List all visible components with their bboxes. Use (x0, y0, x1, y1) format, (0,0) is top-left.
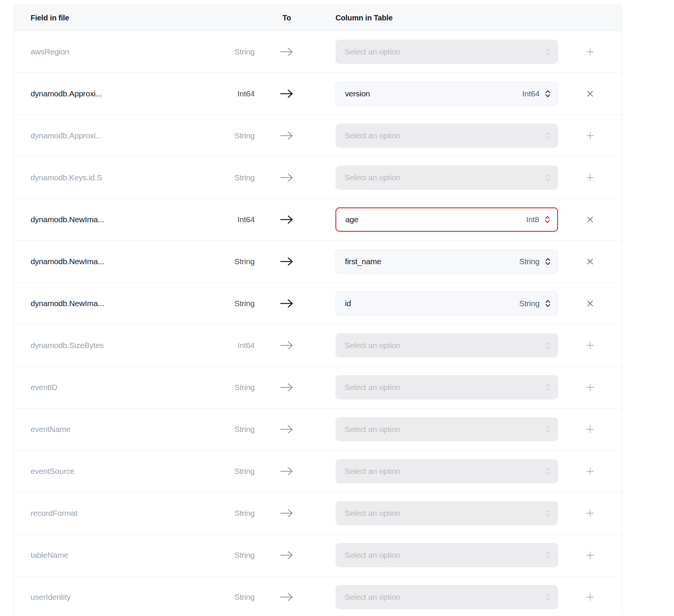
column-select-value: Select an option (345, 47, 400, 56)
close-icon (586, 90, 594, 98)
arrow-cell (255, 382, 319, 392)
field-name-label: eventID (31, 383, 204, 392)
arrow-cell (255, 215, 319, 224)
remove-mapping-button[interactable] (582, 212, 598, 228)
chevron-updown-icon (544, 215, 550, 224)
field-name-label: dynamodb.Approxi... (31, 89, 204, 98)
column-select[interactable]: version Int64 (335, 82, 558, 106)
field-name-label: awsRegion (31, 47, 204, 56)
field-name-label: dynamodb.Keys.id.S (31, 173, 204, 182)
remove-mapping-button[interactable] (582, 254, 598, 269)
mapping-rows-container: awsRegion String Select an option (14, 31, 622, 616)
plus-icon (586, 593, 595, 602)
column-select-value: Select an option (345, 509, 400, 518)
arrow-cell (255, 89, 319, 99)
field-name-label: recordFormat (31, 509, 204, 518)
mapping-row: recordFormat String Select an option (14, 492, 622, 534)
add-mapping-button[interactable] (582, 547, 598, 563)
add-mapping-button[interactable] (582, 169, 598, 186)
column-select-value: Select an option (345, 173, 400, 182)
column-select-value: Select an option (345, 341, 400, 350)
mapping-row: awsRegion String Select an option (14, 31, 622, 73)
column-select-right (545, 341, 551, 350)
close-icon (586, 257, 594, 266)
add-mapping-button[interactable] (582, 505, 598, 522)
header-column-in-table: Column in Table (335, 14, 393, 22)
arrow-right-icon (280, 215, 294, 224)
column-select: Select an option (335, 333, 558, 358)
add-mapping-button[interactable] (582, 421, 598, 438)
mapping-row: dynamodb.Keys.id.S String Select an opti… (14, 157, 622, 199)
chevron-updown-icon (545, 508, 551, 518)
column-select[interactable]: first_name String (335, 249, 558, 274)
field-type-label: Int64 (204, 89, 255, 98)
column-select-value: Select an option (345, 551, 400, 560)
field-type-label: String (204, 551, 255, 560)
mapping-row: dynamodb.Approxi... String Select an opt… (14, 115, 622, 157)
column-select-right: String (519, 299, 551, 308)
column-select-value: Select an option (345, 131, 400, 140)
arrow-right-icon (280, 550, 294, 560)
column-select: Select an option (335, 585, 558, 609)
add-mapping-button[interactable] (582, 463, 598, 480)
field-type-label: String (204, 47, 255, 56)
column-select-right: Int8 (526, 215, 550, 224)
field-type-label: Int64 (204, 215, 255, 224)
mapping-row: tableName String Select an option (14, 534, 622, 576)
arrow-right-icon (280, 341, 294, 350)
chevron-updown-icon (545, 47, 551, 57)
field-name-label: eventSource (31, 467, 204, 476)
field-type-label: String (204, 173, 255, 182)
column-select-right (545, 173, 551, 183)
field-mapping-table: Field in file To Column in Table awsRegi… (14, 5, 622, 616)
column-select-value: version (345, 89, 370, 98)
plus-icon (586, 509, 595, 518)
chevron-updown-icon (545, 550, 551, 560)
column-select[interactable]: id String (335, 291, 558, 316)
column-select-value: Select an option (345, 383, 400, 392)
arrow-right-icon (280, 131, 294, 141)
column-type-label: String (519, 257, 540, 266)
column-select-value: Select an option (345, 593, 400, 602)
column-select-value: Select an option (345, 425, 400, 434)
chevron-updown-icon (545, 131, 551, 141)
arrow-right-icon (280, 257, 294, 266)
add-mapping-button[interactable] (582, 337, 598, 354)
chevron-updown-icon (545, 173, 551, 183)
arrow-right-icon (280, 299, 294, 308)
plus-icon (586, 47, 595, 56)
arrow-right-icon (280, 592, 294, 602)
remove-mapping-button[interactable] (582, 296, 598, 311)
add-mapping-button[interactable] (582, 379, 598, 396)
arrow-cell (255, 47, 319, 57)
field-type-label: Int64 (204, 341, 255, 350)
column-select-value: first_name (345, 257, 381, 266)
add-mapping-button[interactable] (582, 589, 598, 605)
chevron-updown-icon (545, 257, 551, 266)
plus-icon (586, 383, 595, 392)
add-mapping-button[interactable] (582, 43, 598, 60)
field-type-label: String (204, 509, 255, 518)
column-select[interactable]: age Int8 (335, 207, 558, 232)
arrow-cell (255, 508, 319, 518)
column-select: Select an option (335, 166, 558, 190)
field-name-label: dynamodb.NewIma... (31, 215, 204, 224)
mapping-row: dynamodb.NewIma... Int64 age Int8 (14, 199, 622, 241)
field-type-label: String (204, 383, 255, 392)
chevron-updown-icon (545, 299, 551, 308)
field-name-label: eventName (31, 425, 204, 434)
column-select-right (545, 550, 551, 560)
chevron-updown-icon (545, 424, 551, 434)
column-select: Select an option (335, 124, 558, 148)
column-select-right (545, 508, 551, 518)
remove-mapping-button[interactable] (582, 86, 598, 102)
add-mapping-button[interactable] (582, 127, 598, 144)
arrow-right-icon (280, 508, 294, 518)
column-select-right (545, 466, 551, 476)
plus-icon (586, 341, 595, 350)
column-select-right: String (519, 257, 551, 266)
arrow-cell (255, 550, 319, 560)
arrow-cell (255, 131, 319, 141)
mapping-row: eventName String Select an option (14, 409, 622, 450)
mapping-row: dynamodb.Approxi... Int64 version Int64 (14, 73, 622, 115)
